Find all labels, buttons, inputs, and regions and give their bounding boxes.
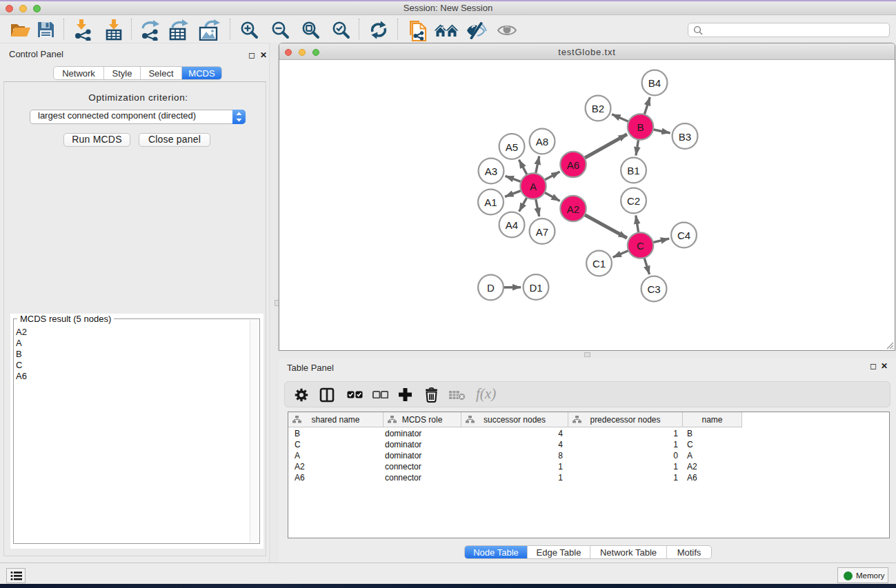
svg-text:D1: D1 [529, 282, 542, 294]
svg-text:B1: B1 [627, 165, 639, 176]
svg-text:A5: A5 [506, 141, 518, 153]
svg-text:C3: C3 [647, 283, 660, 295]
svg-text:A3: A3 [485, 165, 497, 177]
svg-text:C4: C4 [677, 230, 690, 241]
svg-text:C2: C2 [627, 195, 640, 207]
svg-text:A2: A2 [567, 203, 579, 215]
svg-text:A7: A7 [536, 226, 548, 238]
svg-text:B: B [637, 121, 644, 133]
svg-text:A1: A1 [484, 196, 497, 208]
svg-text:D: D [487, 282, 495, 294]
svg-text:B3: B3 [679, 131, 691, 143]
svg-text:C: C [637, 240, 644, 252]
svg-text:B4: B4 [648, 77, 661, 89]
svg-text:A8: A8 [536, 136, 548, 148]
svg-text:B2: B2 [592, 103, 604, 114]
svg-text:C1: C1 [593, 258, 606, 270]
svg-text:A: A [530, 181, 537, 192]
svg-text:A6: A6 [567, 159, 579, 171]
svg-text:A4: A4 [506, 219, 518, 231]
